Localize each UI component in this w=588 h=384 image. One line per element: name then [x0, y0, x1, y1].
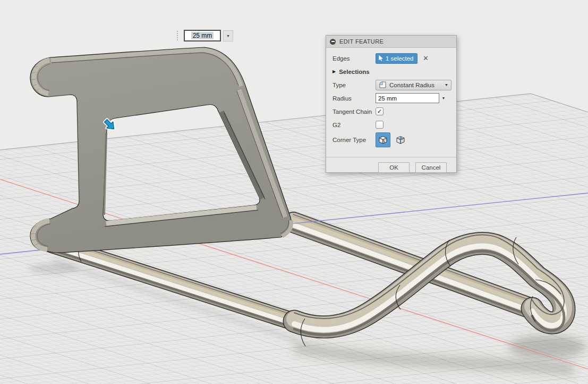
type-value: Constant Radius	[389, 82, 434, 88]
edit-feature-dialog: EDIT FEATURE Edges 1 selected ✕ ▶ Select…	[326, 35, 457, 173]
g2-label: G2	[333, 122, 376, 128]
viewport-3d[interactable]	[0, 0, 588, 384]
g2-checkbox[interactable]	[376, 121, 384, 129]
disclosure-triangle-icon[interactable]: ▶	[333, 69, 336, 74]
tangent-chain-row: Tangent Chain ✓	[326, 105, 456, 118]
fusion-canvas: { "canvas": { "radius_manipulator": { "v…	[0, 0, 588, 384]
collapse-icon[interactable]	[330, 39, 336, 45]
check-icon: ✓	[377, 108, 382, 114]
dialog-header[interactable]: EDIT FEATURE	[326, 36, 456, 48]
radius-canvas-field[interactable]: 25 mm	[184, 30, 221, 41]
radius-row: Radius ▼	[326, 91, 456, 105]
edges-row: Edges 1 selected ✕	[326, 52, 456, 65]
type-row: Type Constant Radius ▼	[326, 78, 456, 91]
tangent-chain-checkbox[interactable]: ✓	[376, 107, 384, 115]
type-label: Type	[333, 82, 376, 88]
chevron-down-icon: ▼	[442, 96, 446, 100]
radius-label: Radius	[333, 95, 376, 102]
tangent-chain-label: Tangent Chain	[333, 108, 376, 115]
corner-type-rolling-ball-button[interactable]	[376, 132, 390, 147]
clear-selection-icon[interactable]: ✕	[423, 54, 429, 62]
edges-selection-chip[interactable]: 1 selected	[376, 53, 417, 64]
selections-row[interactable]: ▶ Selections	[326, 65, 456, 78]
radius-canvas-dropdown-button[interactable]: ▼	[223, 30, 233, 41]
type-dropdown[interactable]: Constant Radius ▼	[376, 80, 451, 90]
cursor-icon	[378, 55, 384, 62]
drag-grip-icon[interactable]	[177, 31, 181, 40]
setback-corner-icon	[395, 135, 406, 145]
chevron-down-icon: ▼	[226, 34, 230, 38]
constant-radius-icon	[379, 81, 387, 89]
selections-label: Selections	[339, 69, 370, 75]
corner-type-label: Corner Type	[333, 137, 376, 143]
dialog-title: EDIT FEATURE	[339, 38, 384, 45]
radius-canvas-value[interactable]: 25 mm	[191, 32, 214, 39]
corner-type-setback-button[interactable]	[393, 132, 408, 147]
edges-selection-count: 1 selected	[386, 55, 413, 62]
radius-dropdown-button[interactable]: ▼	[439, 96, 448, 100]
ok-button[interactable]: OK	[378, 162, 410, 173]
cancel-button[interactable]: Cancel	[415, 162, 447, 173]
g2-row: G2	[326, 118, 456, 131]
radius-input[interactable]	[376, 93, 439, 103]
radius-manipulator-input[interactable]: 25 mm ▼	[177, 29, 233, 42]
edges-label: Edges	[333, 55, 376, 62]
rolling-ball-corner-icon	[378, 135, 388, 145]
corner-type-row: Corner Type	[326, 131, 456, 148]
chevron-down-icon: ▼	[445, 83, 448, 87]
